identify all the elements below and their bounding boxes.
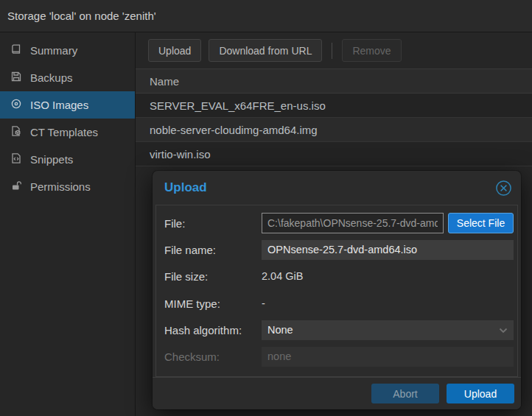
hash-algorithm-select[interactable]: None bbox=[262, 320, 514, 340]
toolbar-separator bbox=[332, 43, 332, 59]
sidebar-item-permissions[interactable]: Permissions bbox=[0, 173, 135, 200]
sidebar-item-label: Backups bbox=[30, 71, 73, 84]
dialog-upload-button[interactable]: Upload bbox=[447, 384, 514, 403]
checksum-row: Checksum: bbox=[164, 346, 510, 367]
sidebar-item-backups[interactable]: Backups bbox=[0, 64, 135, 91]
disc-icon bbox=[10, 98, 22, 112]
mime-type-row: MIME type: - bbox=[164, 293, 510, 314]
storage-sidebar: Summary Backups ISO Images bbox=[0, 32, 136, 416]
chevron-down-icon bbox=[499, 324, 508, 336]
table-row[interactable]: SERVER_EVAL_x64FRE_en-us.iso bbox=[136, 94, 532, 118]
floppy-icon bbox=[10, 71, 22, 85]
content-toolbar: Upload Download from URL Remove bbox=[136, 32, 532, 68]
upload-dialog-footer: Abort Upload bbox=[153, 377, 521, 409]
sidebar-item-snippets[interactable]: Snippets bbox=[0, 146, 135, 173]
checksum-label: Checksum: bbox=[164, 350, 262, 363]
file-size-label: File size: bbox=[164, 270, 262, 283]
column-header-label: Name bbox=[150, 75, 179, 88]
hash-algorithm-value: None bbox=[267, 324, 293, 336]
window-titlebar: Storage 'local' on node 'zenith' bbox=[0, 0, 532, 32]
table-row[interactable]: virtio-win.iso bbox=[136, 142, 532, 166]
file-size-row: File size: 2.04 GiB bbox=[164, 266, 510, 286]
mime-type-value: - bbox=[262, 297, 265, 309]
checksum-input[interactable] bbox=[262, 347, 514, 367]
iso-file-name: SERVER_EVAL_x64FRE_en-us.iso bbox=[150, 99, 326, 112]
file-name-label: File name: bbox=[164, 244, 262, 256]
file-label: File: bbox=[164, 217, 262, 230]
upload-button[interactable]: Upload bbox=[148, 39, 201, 62]
dialog-title: Upload bbox=[164, 180, 207, 195]
sidebar-item-label: CT Templates bbox=[30, 126, 98, 138]
file-name-row: File name: OPNsense-25.7-dvd-amd64.iso bbox=[164, 239, 510, 260]
sidebar-item-label: Summary bbox=[30, 44, 77, 57]
iso-file-name: virtio-win.iso bbox=[150, 148, 211, 161]
remove-button[interactable]: Remove bbox=[342, 39, 401, 62]
column-header-name[interactable]: Name bbox=[136, 68, 532, 94]
sidebar-item-summary[interactable]: Summary bbox=[0, 37, 135, 64]
table-row[interactable]: noble-server-cloudimg-amd64.img bbox=[136, 118, 532, 142]
snippet-icon bbox=[10, 152, 22, 166]
select-file-button[interactable]: Select File bbox=[448, 213, 514, 233]
abort-button[interactable]: Abort bbox=[371, 384, 439, 403]
unlock-icon bbox=[10, 180, 22, 194]
upload-dialog: Upload File: Select File File name: OPNs… bbox=[153, 171, 521, 409]
download-from-url-button[interactable]: Download from URL bbox=[209, 39, 322, 62]
iso-file-name: noble-server-cloudimg-amd64.img bbox=[150, 124, 318, 136]
file-name-field[interactable]: OPNsense-25.7-dvd-amd64.iso bbox=[262, 240, 514, 260]
close-icon[interactable] bbox=[495, 180, 512, 197]
file-row: File: Select File bbox=[164, 213, 510, 233]
book-icon bbox=[10, 43, 22, 57]
upload-dialog-header: Upload bbox=[153, 171, 521, 205]
sidebar-item-label: Permissions bbox=[30, 180, 91, 193]
mime-type-label: MIME type: bbox=[164, 297, 262, 310]
sidebar-item-iso-images[interactable]: ISO Images bbox=[0, 91, 135, 119]
file-path-input[interactable] bbox=[262, 213, 444, 233]
sidebar-item-ct-templates[interactable]: CT Templates bbox=[0, 119, 135, 146]
template-icon bbox=[10, 125, 22, 139]
sidebar-item-label: ISO Images bbox=[30, 99, 88, 111]
sidebar-item-label: Snippets bbox=[30, 153, 73, 166]
hash-algorithm-label: Hash algorithm: bbox=[164, 324, 262, 336]
page-title: Storage 'local' on node 'zenith' bbox=[7, 10, 156, 22]
hash-algorithm-row: Hash algorithm: None bbox=[164, 320, 510, 340]
upload-form: File: Select File File name: OPNsense-25… bbox=[155, 205, 518, 377]
file-size-value: 2.04 GiB bbox=[262, 270, 303, 282]
